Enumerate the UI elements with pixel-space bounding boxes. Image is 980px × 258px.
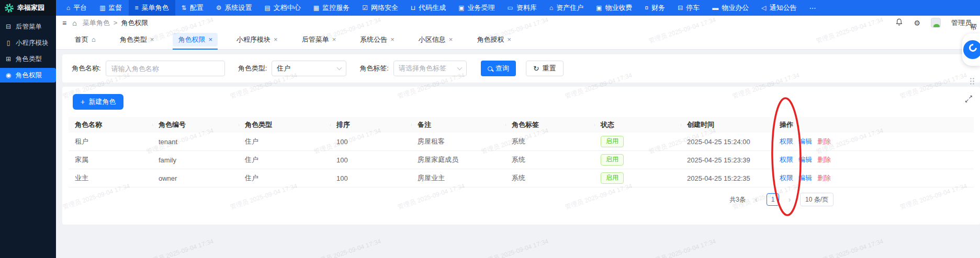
topnav-item-label: 系统设置: [224, 3, 252, 13]
topnav-item-code-gen[interactable]: ⊔代码生成: [404, 0, 452, 16]
sidebar-item-role-type[interactable]: ⊞角色类型: [0, 52, 56, 66]
search-button-label: 查询: [495, 64, 509, 73]
sort-cell: 100: [330, 138, 411, 146]
refresh-icon: ↻: [533, 65, 539, 72]
close-icon[interactable]: ×: [332, 36, 336, 43]
topnav-item-label: 菜单角色: [142, 3, 169, 13]
topnav-item-label: 文档中心: [274, 3, 301, 13]
topnav-item-parking[interactable]: ⊟停车: [671, 0, 706, 16]
sidebar-item-miniapp-module[interactable]: ▯小程序模块: [0, 36, 56, 50]
page-size-select[interactable]: 10 条/页: [800, 193, 833, 206]
tab-community-info[interactable]: 小区信息×: [413, 30, 458, 49]
permission-link[interactable]: 权限: [780, 137, 793, 145]
tab-home[interactable]: 首页⌂: [70, 30, 101, 49]
assistant-icon: [967, 42, 978, 53]
topnav-item-asset-resident[interactable]: ⌂资产住户: [543, 0, 590, 16]
tab-miniapp-module[interactable]: 小程序模块×: [231, 30, 283, 49]
page-number-button[interactable]: 1: [767, 193, 779, 206]
create-role-button[interactable]: + 新建角色: [73, 94, 123, 110]
topnav-item-doc-center[interactable]: ▤文档中心: [258, 0, 307, 16]
topnav-item-menu-role[interactable]: ≡菜单角色: [129, 0, 175, 16]
status-cell: 启用: [594, 136, 681, 147]
topnav-item-property-fee[interactable]: ▣物业收费: [590, 0, 638, 16]
close-icon[interactable]: ×: [150, 36, 154, 43]
topnav-item-label: 资料库: [516, 3, 537, 13]
breadcrumb-separator: >: [114, 19, 118, 27]
shield-check-icon: ☑: [362, 4, 368, 11]
tab-role-type[interactable]: 角色类型×: [115, 30, 160, 49]
drag-handle-icon[interactable]: [970, 77, 975, 86]
topnav-item-label: 停车: [686, 3, 700, 13]
topnav-item-monitor-service[interactable]: ▦监控服务: [307, 0, 356, 16]
topnav-item-notice[interactable]: ◁通知公告: [755, 0, 803, 16]
topnav-item-system-settings[interactable]: ⚙系统设置: [210, 0, 258, 16]
bell-icon[interactable]: [895, 18, 903, 27]
tab-admin-menu[interactable]: 后管菜单×: [297, 30, 342, 49]
help-link[interactable]: 帮: [970, 22, 977, 32]
megaphone-icon: ◁: [761, 4, 766, 11]
grid-icon: ⊞: [5, 55, 12, 63]
bar-chart-icon: ▦: [313, 4, 319, 11]
tab-system-notice[interactable]: 系统公告×: [355, 30, 400, 49]
topnav-item-config[interactable]: ⇅配置: [175, 0, 210, 16]
topnav-item-property-office[interactable]: ▬物业办公: [706, 0, 755, 16]
status-badge: 启用: [601, 172, 624, 184]
header-actions: ⚙ 管理员: [895, 18, 974, 28]
role-tag-label: 角色标签:: [359, 64, 389, 73]
delete-link[interactable]: 删除: [817, 156, 831, 163]
topnav-item-label: 业务受理: [468, 3, 495, 13]
brand-logo-icon: [5, 4, 14, 13]
breadcrumb-parent[interactable]: 菜单角色: [83, 18, 110, 28]
fullscreen-icon[interactable]: ↗ ↙: [965, 95, 973, 103]
prev-page-button[interactable]: ‹: [750, 193, 762, 206]
role-name-input[interactable]: [106, 61, 225, 76]
tab-role-permission[interactable]: 角色权限×: [173, 30, 218, 49]
search-button[interactable]: 查询: [481, 61, 516, 76]
watermark-text: 管理员 2025-09-04 17:34: [145, 237, 215, 258]
currency-icon: ¤: [645, 4, 649, 11]
topnav-item-supervise[interactable]: ▥监督: [93, 0, 128, 16]
role-table-card: + 新建角色 ↗ ↙ 角色名称角色编号角色类型排序备注角色标签状态创建时间操作 …: [62, 87, 980, 225]
delete-link[interactable]: 删除: [817, 174, 831, 182]
permission-link[interactable]: 权限: [780, 174, 793, 182]
topnav-more-button[interactable]: ⋯: [803, 0, 823, 16]
role-type-value: 住户: [277, 64, 290, 73]
delete-link[interactable]: 删除: [817, 137, 831, 145]
book-icon: ▭: [508, 4, 513, 11]
sidebar-item-admin-menu[interactable]: ⊟后管菜单: [0, 19, 56, 34]
permission-link[interactable]: 权限: [780, 156, 793, 163]
avatar[interactable]: [931, 18, 941, 28]
close-icon[interactable]: ×: [507, 36, 511, 43]
tab-label: 后管菜单: [302, 35, 329, 44]
sort-cell: 100: [330, 156, 411, 164]
next-page-button[interactable]: ›: [784, 193, 795, 206]
gear-icon[interactable]: ⚙: [914, 19, 920, 27]
close-icon[interactable]: ×: [208, 36, 212, 43]
reset-button[interactable]: ↻ 重置: [526, 61, 564, 76]
role-type-select[interactable]: 住户: [272, 61, 346, 76]
tab-role-auth[interactable]: 角色授权×: [471, 30, 516, 49]
sidebar-collapse-icon[interactable]: ≡: [62, 19, 66, 27]
sidebar-item-role-permission[interactable]: ◉角色权限: [0, 68, 56, 83]
edit-link[interactable]: 编辑: [798, 137, 812, 145]
edit-link[interactable]: 编辑: [798, 156, 812, 163]
role-tag-select[interactable]: 请选择角色标签: [393, 61, 467, 76]
role-name-cell: 家属: [69, 155, 152, 165]
user-name[interactable]: 管理员: [951, 18, 972, 28]
close-icon[interactable]: ×: [274, 36, 278, 43]
topnav-item-business-accept[interactable]: ▣业务受理: [452, 0, 501, 16]
close-icon[interactable]: ×: [449, 36, 453, 43]
topnav-item-label: 物业办公: [722, 3, 749, 13]
topnav-item-network-security[interactable]: ☑网络安全: [356, 0, 404, 16]
top-navbar: 幸福家园 ⌂平台▥监督≡菜单角色⇅配置⚙系统设置▤文档中心▦监控服务☑网络安全⊔…: [0, 0, 980, 16]
role-type-label: 角色类型:: [238, 64, 267, 73]
assistant-floating-button[interactable]: [963, 40, 980, 59]
home-icon[interactable]: ⌂: [72, 19, 76, 27]
total-count: 共3条: [729, 195, 746, 204]
role-name-cell: 租户: [69, 137, 152, 146]
topnav-item-data-library[interactable]: ▭资料库: [501, 0, 543, 16]
edit-link[interactable]: 编辑: [798, 174, 812, 182]
topnav-item-platform[interactable]: ⌂平台: [60, 0, 93, 16]
close-icon[interactable]: ×: [390, 36, 395, 43]
topnav-item-finance[interactable]: ¤财务: [639, 0, 672, 16]
